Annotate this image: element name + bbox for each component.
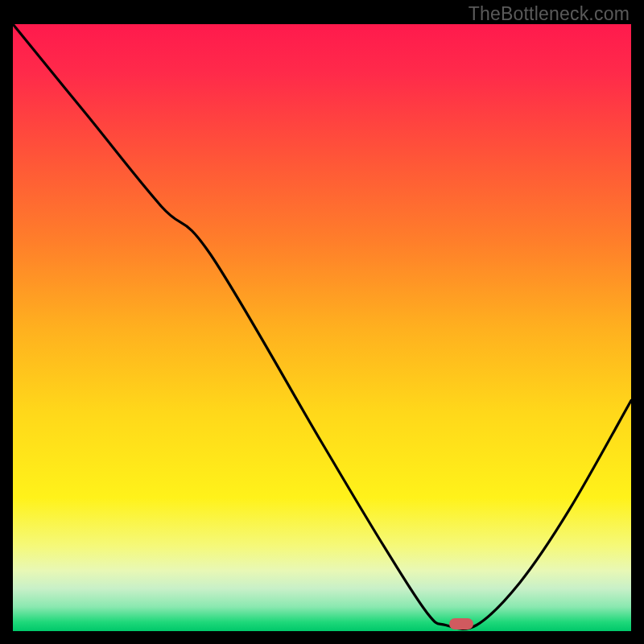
watermark-text: TheBottleneck.com xyxy=(469,3,630,25)
chart-curve xyxy=(13,24,631,631)
chart-frame xyxy=(13,24,631,631)
optimal-point-marker xyxy=(449,618,473,630)
